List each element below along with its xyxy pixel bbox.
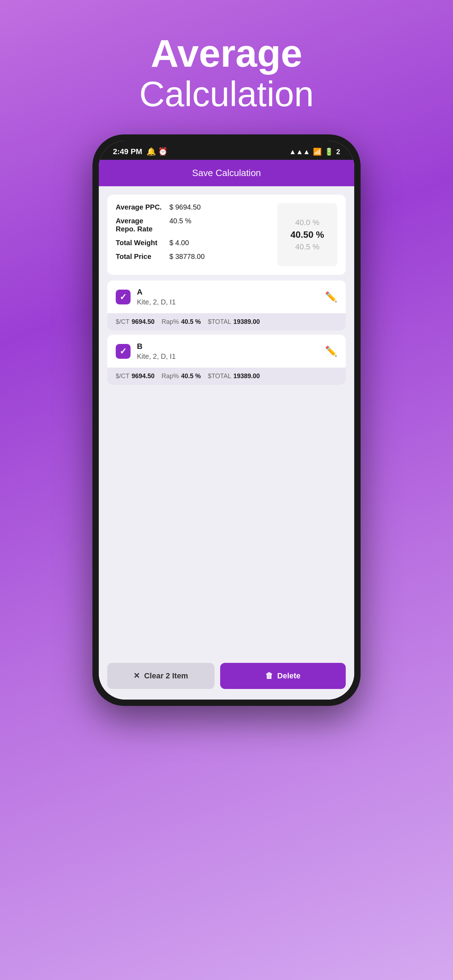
item-info-a: A Kite, 2, D, I1 bbox=[137, 288, 319, 306]
footer-rap-a: Rap% 40.5 % bbox=[162, 318, 201, 326]
app-header: Save Calculation bbox=[99, 160, 354, 186]
total-value-a: 19389.00 bbox=[234, 318, 260, 326]
status-icons: 🔔 ⏰ bbox=[146, 147, 168, 156]
stat-row-weight: Total Weight $ 4.00 bbox=[116, 239, 270, 247]
per-ct-label-a: $/CT bbox=[116, 318, 129, 326]
total-price-value: $ 38778.00 bbox=[169, 253, 205, 261]
delete-button[interactable]: 🗑 Delete bbox=[220, 663, 346, 689]
summary-card: Average PPC. $ 9694.50 AverageRepo. Rate… bbox=[107, 195, 346, 275]
percentage-wheel: 40.0 % 40.50 % 40.5 % bbox=[277, 203, 337, 266]
page-header: Average Calculation bbox=[139, 0, 314, 134]
avg-ppc-value: $ 9694.50 bbox=[169, 203, 201, 211]
footer-total-b: $TOTAL 19389.00 bbox=[208, 372, 260, 380]
clear-label: Clear 2 Item bbox=[144, 671, 188, 681]
total-label-a: $TOTAL bbox=[208, 318, 231, 326]
item-details-a: Kite, 2, D, I1 bbox=[137, 298, 319, 306]
summary-stats: Average PPC. $ 9694.50 AverageRepo. Rate… bbox=[116, 203, 270, 266]
item-card-b: ✓ B Kite, 2, D, I1 ✏️ bbox=[107, 335, 346, 368]
item-card-a: ✓ A Kite, 2, D, I1 ✏️ bbox=[107, 280, 346, 313]
check-icon-a: ✓ bbox=[119, 292, 127, 302]
rap-label-a: Rap% bbox=[162, 318, 179, 326]
rap-value-a: 40.5 % bbox=[181, 318, 201, 326]
stat-row-price: Total Price $ 38778.00 bbox=[116, 253, 270, 261]
total-value-b: 19389.00 bbox=[234, 372, 260, 380]
checkbox-a[interactable]: ✓ bbox=[116, 290, 130, 304]
item-section-b: ✓ B Kite, 2, D, I1 ✏️ $/CT 9694.50 Rap% bbox=[107, 335, 346, 385]
page-title-bold: Average bbox=[139, 32, 314, 75]
total-weight-label: Total Weight bbox=[116, 239, 165, 247]
edit-icon-b[interactable]: ✏️ bbox=[325, 345, 337, 357]
clear-button[interactable]: ✕ Clear 2 Item bbox=[107, 663, 215, 689]
pct-bottom: 40.5 % bbox=[295, 242, 319, 251]
checkbox-b[interactable]: ✓ bbox=[116, 344, 130, 359]
clear-x-icon: ✕ bbox=[134, 671, 140, 681]
footer-total-a: $TOTAL 19389.00 bbox=[208, 318, 260, 326]
item-section-a: ✓ A Kite, 2, D, I1 ✏️ $/CT 9694.50 Rap% bbox=[107, 280, 346, 331]
check-icon-b: ✓ bbox=[119, 347, 127, 356]
item-info-b: B Kite, 2, D, I1 bbox=[137, 342, 319, 361]
total-price-label: Total Price bbox=[116, 253, 165, 261]
total-label-b: $TOTAL bbox=[208, 372, 231, 380]
notch bbox=[188, 141, 265, 155]
battery-level: 2 bbox=[336, 148, 340, 156]
avg-repo-label: AverageRepo. Rate bbox=[116, 217, 165, 233]
stat-row-ppc: Average PPC. $ 9694.50 bbox=[116, 203, 270, 211]
pct-middle: 40.50 % bbox=[290, 229, 324, 240]
rap-value-b: 40.5 % bbox=[181, 372, 201, 380]
signal-icon: ▲▲▲ bbox=[289, 148, 310, 156]
page-title-light: Calculation bbox=[139, 75, 314, 113]
total-weight-value: $ 4.00 bbox=[169, 239, 189, 247]
rap-label-b: Rap% bbox=[162, 372, 179, 380]
bottom-buttons: ✕ Clear 2 Item 🗑 Delete bbox=[99, 656, 354, 700]
footer-per-ct-a: $/CT 9694.50 bbox=[116, 318, 154, 326]
status-time: 2:49 PM bbox=[113, 147, 142, 156]
edit-icon-a[interactable]: ✏️ bbox=[325, 291, 337, 303]
per-ct-value-b: 9694.50 bbox=[132, 372, 154, 380]
item-footer-a: $/CT 9694.50 Rap% 40.5 % $TOTAL 19389.00 bbox=[107, 313, 346, 331]
phone-shell: 2:49 PM 🔔 ⏰ ▲▲▲ 📶 🔋 2 Save Calculation A… bbox=[92, 134, 361, 706]
status-left: 2:49 PM 🔔 ⏰ bbox=[113, 147, 168, 156]
item-name-a: A bbox=[137, 288, 319, 297]
footer-rap-b: Rap% 40.5 % bbox=[162, 372, 201, 380]
stat-row-repo: AverageRepo. Rate 40.5 % bbox=[116, 217, 270, 233]
app-content: Average PPC. $ 9694.50 AverageRepo. Rate… bbox=[99, 186, 354, 700]
delete-label: Delete bbox=[277, 671, 300, 681]
item-name-b: B bbox=[137, 342, 319, 351]
pct-top: 40.0 % bbox=[295, 218, 319, 227]
battery-icon: 🔋 bbox=[324, 148, 334, 156]
phone-screen: 2:49 PM 🔔 ⏰ ▲▲▲ 📶 🔋 2 Save Calculation A… bbox=[99, 141, 354, 700]
status-right: ▲▲▲ 📶 🔋 2 bbox=[289, 148, 340, 156]
item-details-b: Kite, 2, D, I1 bbox=[137, 352, 319, 361]
content-spacer bbox=[99, 389, 354, 656]
per-ct-label-b: $/CT bbox=[116, 372, 129, 380]
per-ct-value-a: 9694.50 bbox=[132, 318, 154, 326]
trash-icon: 🗑 bbox=[265, 671, 273, 681]
app-header-title: Save Calculation bbox=[192, 167, 261, 178]
avg-ppc-label: Average PPC. bbox=[116, 203, 165, 211]
avg-repo-value: 40.5 % bbox=[169, 217, 191, 225]
item-footer-b: $/CT 9694.50 Rap% 40.5 % $TOTAL 19389.00 bbox=[107, 368, 346, 385]
footer-per-ct-b: $/CT 9694.50 bbox=[116, 372, 154, 380]
wifi-icon: 📶 bbox=[313, 148, 322, 156]
